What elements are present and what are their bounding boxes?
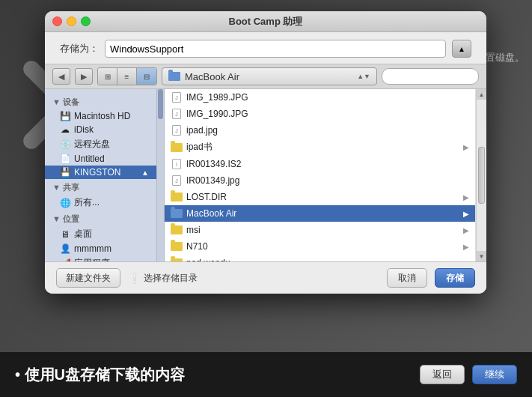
folder-arrow-macbook-air: ▶ <box>463 210 469 218</box>
bottom-bar: • 使用U盘存储下载的内容 返回 继续 <box>0 352 532 397</box>
new-folder-button[interactable]: 新建文件夹 <box>56 268 120 288</box>
file-item-lost-dir[interactable]: LOST.DIR ▶ <box>165 189 475 205</box>
view-buttons: ⊞ ≡ ⊟ <box>97 67 157 85</box>
sidebar-item-idisk[interactable]: ☁ iDisk <box>45 123 156 136</box>
desktop-label: 桌面 <box>74 228 92 240</box>
location-label: MacBook Air <box>185 71 352 82</box>
sidebar-scrollbar[interactable] <box>157 89 165 261</box>
macintosh-hd-icon: 💾 <box>60 111 70 121</box>
save-button[interactable]: 存储 <box>435 268 475 288</box>
kingston-label: KINGSTON <box>74 167 120 178</box>
bottom-bar-text: • 使用U盘存储下载的内容 <box>15 365 185 385</box>
folder-arrow-msi: ▶ <box>463 226 469 234</box>
idisk-label: iDisk <box>74 124 94 135</box>
continue-button[interactable]: 继续 <box>472 365 517 384</box>
folder-icon-macbook-air <box>171 208 183 219</box>
folder-icon-pad-wendu <box>171 258 183 261</box>
file-name-msi: msi <box>186 225 201 235</box>
dialog-bottom-toolbar: 新建文件夹 ❕ 选择存储目录 取消 存储 <box>45 261 486 294</box>
file-icon-ipad-jpg: J <box>171 125 183 136</box>
file-icon-img1989: J <box>171 92 183 103</box>
apps-icon: 🚀 <box>60 258 70 262</box>
file-item-msi[interactable]: msi ▶ <box>165 222 475 238</box>
sidebar-item-kingston[interactable]: 💾 KINGSTON ▲ <box>45 166 156 179</box>
file-name-img1990: IMG_1990.JPG <box>186 109 248 119</box>
title-bar: Boot Camp 助理 <box>45 11 486 32</box>
file-item-ir-is2[interactable]: I IR001349.IS2 <box>165 156 475 172</box>
folder-arrow-lost: ▶ <box>463 193 469 201</box>
warning-icon: ❕ <box>128 272 141 284</box>
sidebar-item-desktop[interactable]: 🖥 桌面 <box>45 226 156 242</box>
search-input[interactable] <box>382 68 479 85</box>
file-icon-img1990: J <box>171 109 183 119</box>
scrollbar-thumb[interactable] <box>478 147 485 204</box>
save-dialog: Boot Camp 助理 存储为： ▲ ◀ ▶ ⊞ ≡ ⊟ MacBook Ai… <box>45 11 486 294</box>
file-name-n710: N710 <box>186 241 208 252</box>
file-item-ipad-jpg[interactable]: J ipad.jpg <box>165 122 475 139</box>
folder-arrow-n710: ▶ <box>463 243 469 251</box>
cancel-button[interactable]: 取消 <box>387 268 427 288</box>
file-item-ipad-book[interactable]: ipad书 ▶ <box>165 139 475 156</box>
file-item-n710[interactable]: N710 ▶ <box>165 238 475 255</box>
dropdown-arrows-icon: ▲▼ <box>357 73 370 80</box>
apps-label: 应用程序 <box>74 257 110 261</box>
save-as-label: 存储为： <box>60 42 99 55</box>
sidebar-scroll-thumb <box>158 89 163 119</box>
dialog-title: Boot Camp 助理 <box>229 15 303 28</box>
sidebar-item-untitled[interactable]: 📄 Untitled <box>45 152 156 166</box>
file-item-img1990[interactable]: J IMG_1990.JPG <box>165 106 475 122</box>
file-item-ir-jpg[interactable]: J IR001349.jpg <box>165 172 475 189</box>
traffic-lights <box>52 16 91 26</box>
devices-section-header: ▼ 设备 <box>45 94 156 109</box>
scrollbar-up-button[interactable]: ▲ <box>477 89 486 100</box>
location-folder-icon <box>168 72 180 81</box>
sidebar-item-remote-disk[interactable]: 💿 远程光盘 <box>45 136 156 152</box>
scrollbar-down-button[interactable]: ▼ <box>477 251 486 261</box>
sidebar: ▼ 设备 💾 Macintosh HD ☁ iDisk 💿 远程光盘 📄 Unt… <box>45 89 157 261</box>
back-button[interactable]: 返回 <box>420 365 465 384</box>
maximize-button[interactable] <box>81 16 91 26</box>
home-icon: 👤 <box>60 243 70 254</box>
save-as-input[interactable] <box>105 40 446 58</box>
home-label: mmmmm <box>74 243 111 254</box>
file-name-lost-dir: LOST.DIR <box>186 192 227 202</box>
folder-icon-msi <box>171 225 183 235</box>
idisk-icon: ☁ <box>60 124 70 135</box>
folder-icon-n710 <box>171 241 183 252</box>
save-as-expand-button[interactable]: ▲ <box>452 40 471 58</box>
file-name-ipad-book: ipad书 <box>186 141 213 154</box>
warning-text: 选择存储目录 <box>144 272 198 285</box>
untitled-label: Untitled <box>74 154 105 164</box>
file-item-macbook-air[interactable]: MacBook Air ▶ <box>165 205 475 222</box>
toolbar-row: ◀ ▶ ⊞ ≡ ⊟ MacBook Air ▲▼ 🔍 <box>45 64 486 89</box>
view-column-button[interactable]: ⊟ <box>137 68 156 85</box>
sidebar-item-all[interactable]: 🌐 所有... <box>45 195 156 210</box>
file-list-scrollbar[interactable]: ▲ ▼ <box>476 89 486 261</box>
close-button[interactable] <box>52 16 62 26</box>
file-icon-ir-jpg: J <box>171 175 183 186</box>
file-icon-ir-is2: I <box>171 159 183 169</box>
back-nav-button[interactable]: ◀ <box>52 68 70 85</box>
file-name-ipad-jpg: ipad.jpg <box>186 125 218 136</box>
file-item-pad-wendu[interactable]: pad wendu ▶ <box>165 255 475 261</box>
search-wrapper: 🔍 <box>382 68 479 85</box>
forward-nav-button[interactable]: ▶ <box>75 68 93 85</box>
sidebar-item-home[interactable]: 👤 mmmmm <box>45 242 156 255</box>
sidebar-item-macintosh-hd[interactable]: 💾 Macintosh HD <box>45 109 156 123</box>
location-dropdown[interactable]: MacBook Air ▲▼ <box>162 67 377 85</box>
all-label: 所有... <box>74 196 100 209</box>
sidebar-item-apps[interactable]: 🚀 应用程序 <box>45 255 156 261</box>
file-name-pad-wendu: pad wendu <box>186 258 230 261</box>
remote-disk-icon: 💿 <box>60 139 70 150</box>
file-name-ir-jpg: IR001349.jpg <box>186 175 239 186</box>
view-list-button[interactable]: ≡ <box>117 68 137 85</box>
minimize-button[interactable] <box>67 16 76 26</box>
file-item-img1989[interactable]: J IMG_1989.JPG <box>165 89 475 106</box>
file-list: J IMG_1989.JPG J IMG_1990.JPG J ipad.jpg… <box>165 89 486 261</box>
shared-section-header: ▼ 共享 <box>45 179 156 195</box>
desktop-icon: 🖥 <box>60 229 70 240</box>
view-icon-button[interactable]: ⊞ <box>98 68 117 85</box>
file-area: ▼ 设备 💾 Macintosh HD ☁ iDisk 💿 远程光盘 📄 Unt… <box>45 89 486 261</box>
kingston-icon: 💾 <box>60 167 70 178</box>
untitled-icon: 📄 <box>60 154 70 164</box>
